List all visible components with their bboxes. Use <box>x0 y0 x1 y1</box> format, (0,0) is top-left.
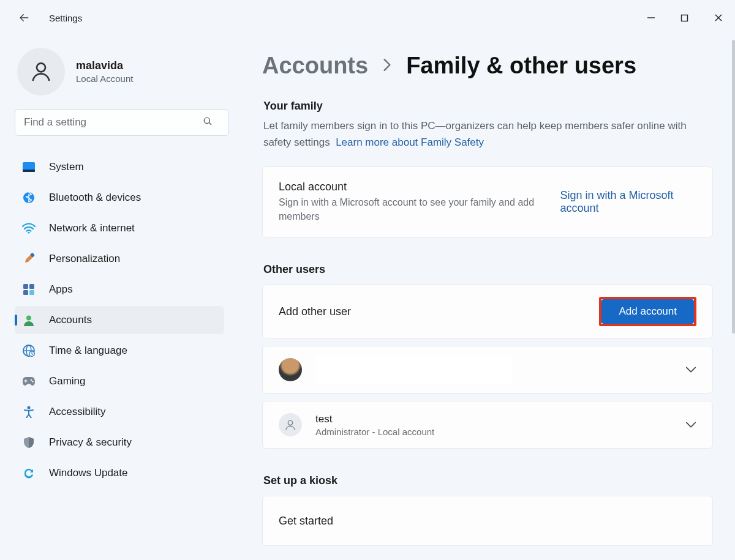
nav-label: Gaming <box>49 375 86 387</box>
person-icon <box>284 418 297 431</box>
link-sign-in-microsoft[interactable]: Sign in with a Microsoft account <box>560 189 696 215</box>
nav-item-privacy-security[interactable]: Privacy & security <box>15 428 224 457</box>
highlight-box: Add account <box>599 297 696 326</box>
other-user-row[interactable] <box>262 346 713 394</box>
close-icon <box>714 13 723 22</box>
accessibility-icon <box>22 405 36 419</box>
svg-rect-6 <box>23 170 35 172</box>
paintbrush-icon <box>22 252 36 266</box>
person-icon <box>29 59 53 84</box>
svg-rect-13 <box>29 290 34 295</box>
svg-point-2 <box>37 63 45 72</box>
local-account-subtitle: Sign in with a Microsoft account to see … <box>279 196 541 223</box>
nav-label: Windows Update <box>49 467 128 479</box>
window-close-button[interactable] <box>701 4 735 32</box>
local-account-title: Local account <box>279 181 541 193</box>
kiosk-card[interactable]: Get started <box>262 496 713 546</box>
section-title-kiosk: Set up a kiosk <box>263 474 713 487</box>
maximize-icon <box>680 14 688 22</box>
svg-point-14 <box>26 316 31 321</box>
breadcrumb: Accounts Family & other users <box>262 53 713 79</box>
other-user-row[interactable]: test Administrator - Local account <box>262 401 713 449</box>
current-user[interactable]: malavida Local Account <box>17 48 228 95</box>
family-description: Let family members sign in to this PC—or… <box>263 118 713 151</box>
window-maximize-button[interactable] <box>668 4 701 32</box>
scrollbar[interactable] <box>732 40 735 334</box>
svg-rect-12 <box>23 290 28 295</box>
nav-item-network[interactable]: Network & internet <box>15 214 224 242</box>
nav-item-time-language[interactable]: Time & language <box>15 337 224 365</box>
svg-rect-11 <box>29 284 34 289</box>
svg-line-4 <box>209 122 211 125</box>
svg-point-23 <box>288 420 292 425</box>
nav-item-gaming[interactable]: Gaming <box>15 367 224 395</box>
svg-rect-1 <box>682 15 688 21</box>
nav-label: Privacy & security <box>49 436 132 449</box>
user-avatar-photo <box>279 358 302 381</box>
user-avatar-placeholder <box>279 413 302 436</box>
redacted-name <box>315 356 511 384</box>
add-other-user-label: Add other user <box>279 305 351 318</box>
search-input[interactable] <box>15 109 229 136</box>
svg-point-3 <box>204 118 209 123</box>
bluetooth-icon <box>22 191 36 204</box>
nav-label: Time & language <box>49 345 127 357</box>
nav-item-apps[interactable]: Apps <box>15 275 224 304</box>
kiosk-get-started: Get started <box>279 515 333 528</box>
chevron-down-icon <box>685 419 696 430</box>
user-type: Local Account <box>76 73 133 84</box>
wifi-icon <box>22 222 36 235</box>
nav-label: System <box>49 161 84 173</box>
gaming-icon <box>22 375 36 388</box>
chevron-down-icon <box>685 364 696 375</box>
section-title-other-users: Other users <box>263 263 713 276</box>
add-other-user-card: Add other user Add account <box>262 285 713 338</box>
main-content: Accounts Family & other users Your famil… <box>239 35 735 560</box>
breadcrumb-parent[interactable]: Accounts <box>262 53 368 79</box>
search-icon <box>202 116 213 129</box>
app-title: Settings <box>49 13 82 23</box>
svg-point-20 <box>31 379 32 381</box>
nav-item-accessibility[interactable]: Accessibility <box>15 398 224 426</box>
window-minimize-button[interactable] <box>634 4 668 32</box>
section-title-family: Your family <box>263 100 713 113</box>
nav-label: Apps <box>49 283 73 296</box>
nav-label: Personalization <box>49 253 120 265</box>
nav-item-windows-update[interactable]: Windows Update <box>15 459 224 487</box>
back-arrow-icon <box>18 12 29 23</box>
back-button[interactable] <box>15 9 33 27</box>
nav-label: Accessibility <box>49 406 106 418</box>
nav-label: Accounts <box>49 314 92 326</box>
person-icon <box>22 313 36 327</box>
globe-icon <box>22 344 36 357</box>
link-family-safety[interactable]: Learn more about Family Safety <box>336 136 484 148</box>
other-user-subtitle: Administrator - Local account <box>315 427 434 437</box>
svg-point-22 <box>28 406 31 409</box>
breadcrumb-current: Family & other users <box>406 53 636 79</box>
system-icon <box>22 160 36 174</box>
svg-rect-10 <box>23 284 28 289</box>
nav-item-personalization[interactable]: Personalization <box>15 245 224 273</box>
sidebar: malavida Local Account System Bluetoot <box>0 35 239 560</box>
update-icon <box>22 466 36 480</box>
svg-point-21 <box>32 381 33 382</box>
nav-item-system[interactable]: System <box>15 153 224 181</box>
shield-icon <box>22 436 36 449</box>
nav-item-accounts[interactable]: Accounts <box>15 306 224 334</box>
nav-label: Network & internet <box>49 222 135 234</box>
nav: System Bluetooth & devices Network & int… <box>15 153 224 487</box>
other-user-name: test <box>315 413 434 425</box>
add-account-button[interactable]: Add account <box>601 299 694 324</box>
user-name: malavida <box>76 59 133 72</box>
chevron-right-icon <box>382 56 393 76</box>
apps-icon <box>22 283 36 296</box>
user-avatar <box>17 48 65 95</box>
nav-label: Bluetooth & devices <box>49 192 141 204</box>
minimize-icon <box>647 13 655 22</box>
nav-item-bluetooth[interactable]: Bluetooth & devices <box>15 184 224 212</box>
svg-point-8 <box>28 231 29 233</box>
local-account-card: Local account Sign in with a Microsoft a… <box>262 166 713 237</box>
